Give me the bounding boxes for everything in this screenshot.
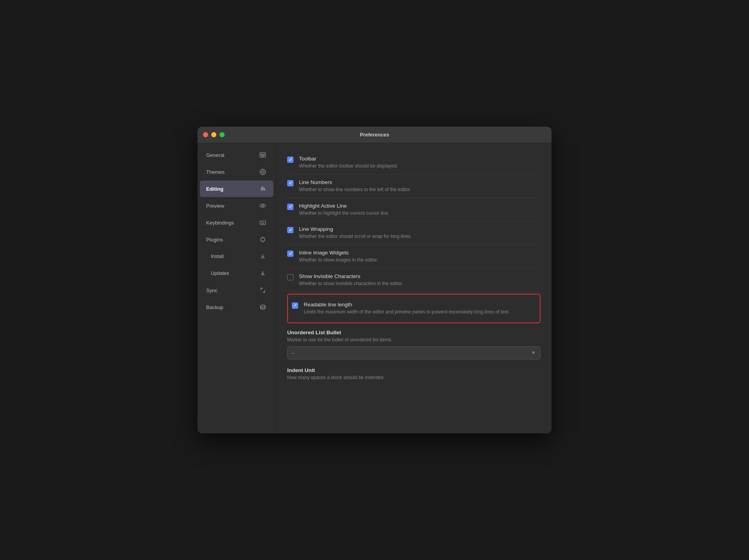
updates-icon: [258, 269, 267, 278]
sidebar-item-general[interactable]: General: [200, 147, 273, 163]
sidebar-item-keybindings[interactable]: Keybindings: [200, 214, 273, 231]
pref-desc-readable-line-length: Limits the maximum width of the editor a…: [304, 309, 536, 315]
sidebar-item-plugins[interactable]: Plugins: [200, 231, 273, 248]
checkbox-inline-image-widgets[interactable]: [287, 251, 293, 257]
sidebar-item-updates[interactable]: Updates: [200, 265, 273, 282]
pref-title-line-wrapping: Line Wrapping: [299, 226, 541, 232]
dropdown-container-unordered-list-bullet: - * + ▼: [287, 346, 541, 359]
pref-item-line-wrapping: Line Wrapping Whether the editor should …: [287, 221, 541, 245]
svg-point-12: [260, 204, 266, 207]
checkbox-line-wrapping[interactable]: [287, 227, 293, 233]
sidebar-item-editing[interactable]: Editing: [200, 181, 273, 197]
pref-item-highlight-active-line: Highlight Active Line Whether to highlig…: [287, 198, 541, 222]
install-icon: [258, 252, 267, 261]
sidebar-label-themes: Themes: [206, 169, 258, 175]
preview-icon: [258, 201, 267, 210]
window-title: Preferences: [360, 132, 389, 138]
close-button[interactable]: [203, 132, 208, 137]
pref-desc-highlight-active-line: Whether to highlight the current cursor …: [299, 210, 541, 217]
pref-title-highlight-active-line: Highlight Active Line: [299, 203, 541, 209]
sidebar-label-sync: Sync: [206, 287, 258, 293]
pref-item-readable-line-length: Readable line length Limits the maximum …: [288, 298, 540, 319]
pref-item-inline-image-widgets: Inline Image Widgets Whether to show ima…: [287, 245, 541, 269]
sidebar-item-install[interactable]: Install: [200, 248, 273, 265]
minimize-button[interactable]: [211, 132, 216, 137]
maximize-button[interactable]: [220, 132, 225, 137]
keybindings-icon: [258, 218, 267, 227]
main-content: Toolbar Whether the editor toolbar shoul…: [276, 143, 552, 433]
checkbox-area-line-wrapping[interactable]: [287, 226, 299, 233]
titlebar: Preferences: [197, 127, 552, 143]
sidebar-label-keybindings: Keybindings: [206, 220, 258, 226]
svg-rect-14: [260, 221, 266, 225]
preferences-window: Preferences General Themes: [197, 127, 552, 433]
svg-point-19: [260, 305, 265, 307]
sidebar-item-themes[interactable]: Themes: [200, 164, 273, 180]
pref-item-line-numbers: Line Numbers Whether to show line number…: [287, 175, 541, 198]
svg-rect-3: [261, 155, 264, 156]
checkbox-highlight-active-line[interactable]: [287, 204, 293, 210]
sidebar-label-preview: Preview: [206, 203, 258, 209]
section-unordered-list-bullet: Unordered List Bullet Marker to use for …: [287, 330, 541, 359]
checkbox-show-invisible-characters[interactable]: [287, 274, 293, 280]
traffic-lights: [203, 132, 225, 137]
sidebar-label-plugins: Plugins: [206, 237, 258, 243]
checkbox-readable-line-length[interactable]: [292, 302, 298, 309]
pref-text-toolbar: Toolbar Whether the editor toolbar shoul…: [299, 156, 541, 169]
sidebar-label-editing: Editing: [206, 186, 258, 192]
sidebar-label-install: Install: [211, 254, 258, 259]
sidebar-label-updates: Updates: [211, 271, 258, 276]
checkbox-area-highlight-active-line[interactable]: [287, 203, 299, 210]
checkbox-toolbar[interactable]: [287, 157, 293, 163]
content-area: General Themes: [197, 143, 552, 433]
checkbox-area-show-invisible-characters[interactable]: [287, 273, 299, 280]
sidebar: General Themes: [197, 143, 276, 433]
pref-text-line-numbers: Line Numbers Whether to show line number…: [299, 179, 541, 193]
backup-icon: [258, 303, 267, 311]
highlighted-section-readable-line-length: Readable line length Limits the maximum …: [287, 294, 541, 323]
plugins-icon: [258, 235, 267, 244]
pref-text-readable-line-length: Readable line length Limits the maximum …: [304, 302, 536, 315]
pref-text-inline-image-widgets: Inline Image Widgets Whether to show ima…: [299, 250, 541, 263]
checkbox-area-toolbar[interactable]: [287, 156, 299, 163]
pref-text-show-invisible-characters: Show Invisible Characters Whether to sho…: [299, 273, 541, 287]
checkbox-area-readable-line-length[interactable]: [292, 302, 304, 309]
dropdown-unordered-list-bullet[interactable]: - * +: [287, 346, 541, 359]
pref-text-line-wrapping: Line Wrapping Whether the editor should …: [299, 226, 541, 240]
sidebar-item-sync[interactable]: Sync: [200, 282, 273, 298]
pref-title-inline-image-widgets: Inline Image Widgets: [299, 250, 541, 256]
pref-title-line-numbers: Line Numbers: [299, 179, 541, 185]
pref-desc-show-invisible-characters: Whether to show invisible characters in …: [299, 280, 541, 287]
pref-item-show-invisible-characters: Show Invisible Characters Whether to sho…: [287, 269, 541, 292]
themes-icon: [258, 168, 267, 176]
general-icon: [258, 151, 267, 159]
section-title-unordered-list-bullet: Unordered List Bullet: [287, 330, 541, 335]
sync-icon: [258, 286, 267, 295]
pref-title-show-invisible-characters: Show Invisible Characters: [299, 273, 541, 279]
section-title-indent-unit: Indent Unit: [287, 367, 541, 373]
pref-desc-line-wrapping: Whether the editor should scroll or wrap…: [299, 233, 541, 240]
checkbox-area-line-numbers[interactable]: [287, 179, 299, 186]
section-desc-unordered-list-bullet: Marker to use for the bullet of unordere…: [287, 337, 541, 343]
svg-line-10: [264, 187, 265, 191]
section-indent-unit: Indent Unit How many spaces a block shou…: [287, 367, 541, 380]
editing-icon: [258, 184, 267, 193]
sidebar-label-backup: Backup: [206, 304, 258, 310]
pref-desc-line-numbers: Whether to show line numbers to the left…: [299, 186, 541, 193]
svg-rect-0: [260, 153, 266, 157]
pref-desc-inline-image-widgets: Whether to show images in the editor.: [299, 257, 541, 263]
svg-point-5: [262, 171, 264, 173]
checkbox-line-numbers[interactable]: [287, 180, 293, 186]
svg-point-4: [260, 169, 266, 175]
section-desc-indent-unit: How many spaces a block should be indent…: [287, 375, 541, 380]
pref-text-highlight-active-line: Highlight Active Line Whether to highlig…: [299, 203, 541, 217]
sidebar-label-general: General: [206, 152, 258, 158]
checkbox-area-inline-image-widgets[interactable]: [287, 250, 299, 257]
pref-item-toolbar: Toolbar Whether the editor toolbar shoul…: [287, 151, 541, 175]
pref-title-readable-line-length: Readable line length: [304, 302, 536, 308]
sidebar-item-preview[interactable]: Preview: [200, 197, 273, 214]
pref-desc-toolbar: Whether the editor toolbar should be dis…: [299, 163, 541, 169]
pref-title-toolbar: Toolbar: [299, 156, 541, 162]
svg-point-13: [262, 205, 264, 206]
sidebar-item-backup[interactable]: Backup: [200, 299, 273, 315]
